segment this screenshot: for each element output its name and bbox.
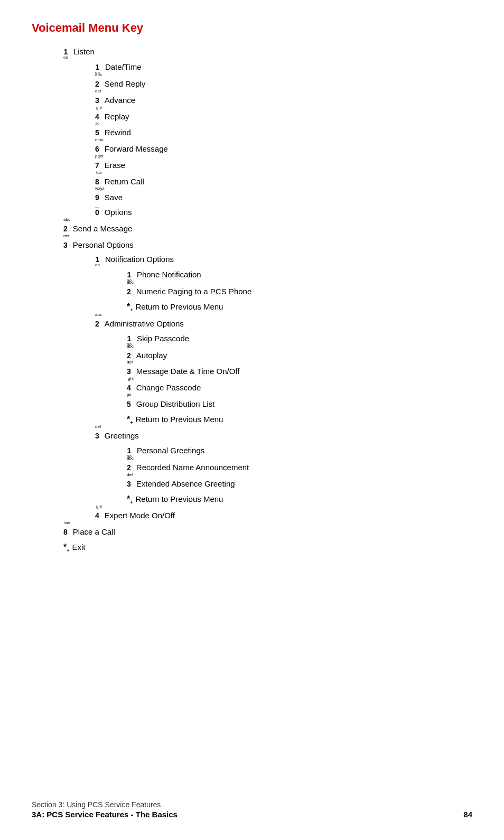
list-item: *+Return to Previous Menu (127, 491, 472, 507)
item-label: Extended Absence Greeting (136, 477, 235, 491)
key-icon: wxyz9 (95, 189, 102, 201)
key-icon: abc2 (95, 315, 102, 328)
list-item: jkl5Group Distribution List (127, 395, 472, 412)
item-label: Personal Greetings (137, 443, 204, 458)
key-icon: 0 (95, 209, 102, 216)
list-item: *+Exit (63, 539, 472, 555)
list-item: abc2Recorded Name Announcement (127, 459, 472, 475)
footer: Section 3: Using PCS Service Features 3A… (32, 800, 472, 819)
item-label: Rewind (105, 125, 131, 140)
list-item: mno6Forward Message (95, 140, 472, 156)
item-label: Notification Options (105, 252, 174, 267)
key-icon: *+ (127, 299, 133, 315)
key-icon: ghi4 (95, 507, 102, 519)
item-label: Date/Time (105, 60, 142, 74)
list-item: 1ooSkip Passcode (127, 331, 472, 347)
key-icon: 1oo (63, 48, 71, 60)
item-label: Listen (73, 44, 95, 59)
list-item: tuv8Return Call (95, 173, 472, 189)
item-label: Change Passcode (136, 380, 201, 395)
item-label: Send Reply (105, 77, 146, 91)
list-item: abc2Send Reply (95, 75, 472, 91)
item-label: Advance (105, 93, 135, 108)
item-label: Return Call (105, 174, 144, 189)
key-icon: 1oo (95, 256, 102, 267)
item-label: Send a Message (73, 221, 133, 236)
list-item: *+Return to Previous Menu (127, 299, 472, 315)
list-item: def3Personal Options (63, 236, 472, 253)
key-icon: abc2 (63, 220, 70, 232)
item-label: Personal Options (73, 238, 134, 253)
page-title: Voicemail Menu Key (32, 21, 472, 35)
item-label: Expert Mode On/Off (105, 508, 175, 523)
item-label: Group Distribution List (136, 397, 214, 412)
list-item: *+Return to Previous Menu (127, 412, 472, 427)
list-item: 1ooPersonal Greetings (127, 443, 472, 459)
menu-tree: 1ooListen1ooDate/Timeabc2Send Replydef3A… (32, 44, 472, 555)
key-icon: *+ (127, 491, 133, 507)
item-label: Place a Call (73, 525, 115, 539)
list-item: ghi4Replay (95, 108, 472, 124)
footer-chapter: 3A: PCS Service Features - The Basics (32, 810, 178, 819)
item-label: Replay (105, 109, 129, 124)
item-label: Return to Previous Menu (136, 300, 223, 314)
item-label: Autoplay (136, 348, 167, 363)
list-item: ghi4Expert Mode On/Off (95, 507, 472, 523)
item-label: Skip Passcode (137, 331, 189, 346)
key-icon: def3 (95, 427, 102, 440)
key-icon: tuv8 (95, 173, 102, 185)
item-label: Recorded Name Announcement (136, 460, 249, 475)
item-label: Greetings (105, 428, 139, 443)
key-icon: abc2 (127, 347, 134, 359)
key-icon: def3 (127, 362, 134, 375)
list-item: 1ooDate/Time (95, 60, 472, 75)
list-item: pqrs7Erase (95, 156, 472, 173)
list-item: wxyz9Save (95, 189, 472, 205)
list-item: 1ooPhone Notification (127, 267, 472, 283)
list-item: 1ooListen (63, 44, 472, 60)
list-item: tuv8Place a Call (63, 523, 472, 539)
item-label: Return to Previous Menu (136, 412, 223, 427)
key-icon: ghi4 (95, 108, 102, 120)
item-label: Options (105, 205, 132, 220)
item-label: Save (105, 190, 123, 205)
key-icon: pqrs7 (95, 156, 102, 169)
footer-page: 84 (463, 810, 472, 819)
list-item: ghi4Change Passcode (127, 379, 472, 395)
list-item: 0Options (95, 205, 472, 220)
list-item: def3Greetings (95, 427, 472, 443)
key-icon: abc2 (127, 283, 134, 295)
list-item: jkl5Rewind (95, 124, 472, 140)
list-item: abc2Send a Message (63, 220, 472, 236)
list-item: def3Advance (95, 91, 472, 108)
list-item: 1ooNotification Options (95, 252, 472, 267)
list-item: def3Message Date & Time On/Off (127, 362, 472, 379)
item-label: Forward Message (105, 142, 168, 156)
list-item: abc2Administrative Options (95, 315, 472, 331)
list-item: def3Extended Absence Greeting (127, 475, 472, 491)
list-item: abc2Numeric Paging to a PCS Phone (127, 283, 472, 299)
list-item: abc2Autoplay (127, 347, 472, 363)
key-icon: def3 (95, 91, 102, 104)
item-label: Phone Notification (137, 267, 201, 282)
key-icon: def3 (127, 475, 134, 488)
key-icon: *+ (63, 539, 70, 555)
key-icon: jkl5 (95, 124, 102, 136)
item-label: Exit (72, 540, 86, 555)
item-label: Message Date & Time On/Off (136, 364, 240, 379)
item-label: Erase (105, 158, 125, 173)
footer-section: Section 3: Using PCS Service Features (32, 800, 472, 809)
key-icon: def3 (63, 236, 70, 249)
item-label: Administrative Options (105, 316, 184, 331)
key-icon: tuv8 (63, 523, 70, 536)
key-icon: ghi4 (127, 379, 134, 391)
key-icon: *+ (127, 412, 133, 427)
key-icon: abc2 (127, 459, 134, 471)
item-label: Return to Previous Menu (136, 492, 223, 507)
key-icon: jkl5 (127, 395, 134, 408)
key-icon: abc2 (95, 75, 102, 88)
key-icon: mno6 (95, 140, 102, 153)
item-label: Numeric Paging to a PCS Phone (136, 284, 251, 299)
